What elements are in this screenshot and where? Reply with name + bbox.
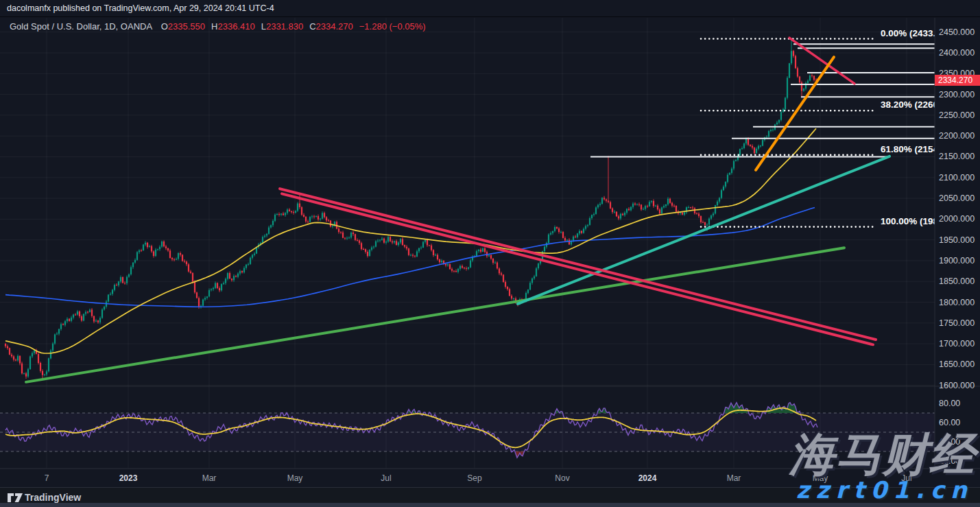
svg-text:2000.000: 2000.000 [939,214,975,224]
tradingview-chart-screenshot: dacolmanfx published on TradingView.com,… [0,0,980,507]
svg-text:2150.000: 2150.000 [939,152,975,161]
time-axis[interactable]: 72023MarMayJulSepNov2024MarMayJul [45,473,912,483]
svg-text:2024: 2024 [638,473,657,483]
tradingview-brand-text[interactable]: TradingView [25,492,81,503]
symbol-legend[interactable]: Gold Spot / U.S. Dollar, 1D, OANDA O2335… [10,21,426,32]
svg-text:7: 7 [45,473,49,483]
open-value: 2335.550 [168,21,205,32]
close-value: 2334.270 [316,21,353,32]
last-price-label: 2334.270 [935,75,980,86]
trendline-channel-upper [280,189,876,340]
svg-text:1850.000: 1850.000 [939,276,975,286]
change-value: −1.280 (−0.05%) [359,21,426,32]
trendline-channel-lower [282,193,873,344]
svg-text:1950.000: 1950.000 [939,235,975,245]
low-value: 2331.830 [266,21,303,32]
svg-text:2100.000: 2100.000 [939,173,975,182]
open-label: O [161,21,168,32]
svg-text:38.20% (2260.968): 38.20% (2260.968) [881,99,959,110]
svg-text:2050.000: 2050.000 [939,193,975,203]
svg-text:Jul: Jul [381,473,391,483]
svg-text:2250.000: 2250.000 [939,110,975,120]
svg-text:1600.000: 1600.000 [939,381,975,390]
tradingview-logo-icon[interactable] [7,493,23,503]
chart-canvas[interactable]: 0.00% (2433.765)38.20% (2260.968)61.80% … [0,0,980,487]
svg-text:May: May [287,473,303,483]
trendlines[interactable] [26,38,889,382]
svg-text:Mar: Mar [202,473,217,483]
svg-text:1750.000: 1750.000 [939,318,975,328]
svg-text:1700.000: 1700.000 [939,339,975,349]
svg-text:1900.000: 1900.000 [939,256,975,266]
price-axis[interactable]: 2450.0002400.0002350.0002300.0002250.000… [939,27,975,466]
high-value: 2336.410 [217,21,254,32]
candlestick-series [5,39,817,380]
svg-text:Mar: Mar [727,473,741,483]
svg-text:2450.000: 2450.000 [939,27,975,37]
svg-text:80.00: 80.00 [939,399,960,408]
svg-text:Sep: Sep [467,473,482,483]
svg-text:2023: 2023 [119,473,138,483]
symbol-title[interactable]: Gold Spot / U.S. Dollar, 1D, OANDA [10,21,152,32]
svg-text:Nov: Nov [555,473,569,483]
svg-text:2200.000: 2200.000 [939,131,975,141]
svg-text:2400.000: 2400.000 [939,48,975,58]
svg-text:2300.000: 2300.000 [939,90,975,99]
close-label: C [309,21,315,32]
low-label: L [261,21,266,32]
price-pane[interactable] [5,38,935,382]
watermark-url: zzrt01.cn [796,476,973,504]
svg-text:1800.000: 1800.000 [939,298,975,307]
trendline-support-green [26,248,844,382]
svg-text:1650.000: 1650.000 [939,359,975,369]
